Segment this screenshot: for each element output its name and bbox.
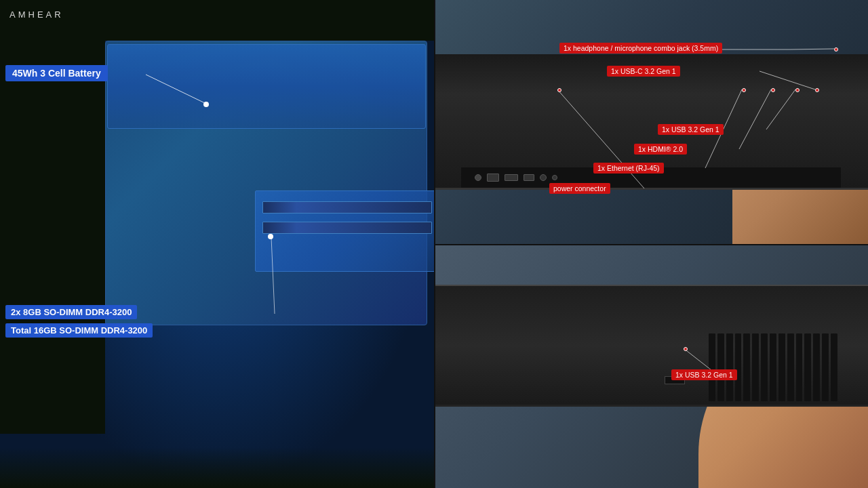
hdmi-port xyxy=(505,174,518,181)
dot-hdmi xyxy=(771,88,775,92)
dot-power xyxy=(557,88,561,92)
dot-usb-bottom xyxy=(684,347,688,351)
laptop-side-edge xyxy=(434,285,868,407)
battery-label: 45Wh 3 Cell Battery xyxy=(5,65,108,81)
vent-slot-5 xyxy=(743,333,750,401)
vent-slot-6 xyxy=(752,333,759,401)
vent-slot-10 xyxy=(787,333,794,401)
vent-slot-12 xyxy=(804,333,811,401)
ram-dot-marker xyxy=(268,234,273,239)
ram-slot-1 xyxy=(262,201,432,214)
ram-slot-2 xyxy=(262,222,432,234)
dot-headphone xyxy=(834,47,838,52)
annotation-usb: 1x USB 3.2 Gen 1 xyxy=(658,124,724,135)
amhear-logo-left: AMHEAR xyxy=(9,9,64,20)
left-panel: AMHEAR 45Wh 3 Cell Battery 2x 8GB SO-DIM… xyxy=(0,0,434,488)
ram-area xyxy=(255,190,434,272)
annotation-usbc: 1x USB-C 3.2 Gen 1 xyxy=(607,66,680,77)
ram-label-1: 2x 8GB SO-DIMM DDR4-3200 xyxy=(5,305,137,319)
annotation-headphone: 1x headphone / microphone combo jack (3.… xyxy=(559,43,722,54)
usb-port-1 xyxy=(524,174,534,181)
divider-horizontal xyxy=(434,244,868,245)
vent-slot-4 xyxy=(735,333,742,401)
headphone-port xyxy=(552,175,557,180)
vent-slot-9 xyxy=(778,333,785,401)
dot-ethernet xyxy=(742,88,746,92)
power-port xyxy=(475,174,481,181)
dot-usbc xyxy=(815,88,819,92)
vent-slot-11 xyxy=(796,333,803,401)
usbc-port xyxy=(540,174,547,181)
bezel-bottom xyxy=(0,447,434,488)
ram-label-2: Total 16GB SO-DIMM DDR4-3200 xyxy=(5,323,153,338)
vent-slot-14 xyxy=(822,333,829,401)
vent-slot-15 xyxy=(831,333,837,401)
annotation-ethernet: 1x Ethernet (RJ-45) xyxy=(593,163,664,174)
ethernet-port xyxy=(487,174,499,182)
vent-slot-13 xyxy=(813,333,820,401)
vent-slot-8 xyxy=(770,333,776,401)
annotation-hdmi: 1x HDMI® 2.0 xyxy=(634,144,687,155)
annotation-usb-bottom: 1x USB 3.2 Gen 1 xyxy=(671,369,737,380)
vent-slot-7 xyxy=(761,333,768,401)
annotation-power: power connector xyxy=(549,183,610,194)
vent-slot-3 xyxy=(726,333,733,401)
top-right-panel: AMHEAR 1x headphone / microphone combo j… xyxy=(434,0,868,244)
battery-area xyxy=(107,44,426,129)
vent-slot-1 xyxy=(709,333,715,401)
bottom-right-panel: AMHEAR 1x USB 3.2 Gen 1 xyxy=(434,244,868,488)
dot-usb xyxy=(795,88,800,92)
vent-slot-2 xyxy=(717,333,724,401)
battery-dot-marker xyxy=(203,102,209,107)
vent-area xyxy=(705,330,841,405)
